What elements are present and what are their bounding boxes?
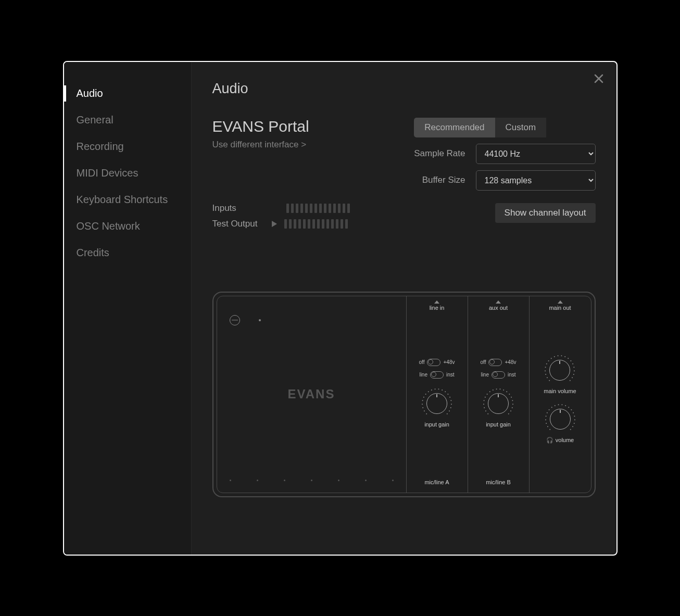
inst-label: inst	[446, 372, 455, 378]
sample-rate-select[interactable]: 44100 Hz	[476, 144, 596, 164]
sidebar: Audio General Recording MIDI Devices Key…	[64, 62, 192, 555]
main-out-label: main out	[549, 305, 571, 311]
sidebar-label: Keyboard Shortcuts	[77, 194, 168, 205]
headphone-volume-knob[interactable]	[545, 404, 576, 435]
main-content: Audio EVANS Portal Use different interfa…	[192, 62, 616, 555]
sidebar-item-general[interactable]: General	[64, 107, 191, 133]
channel-b-section: aux out off +48v line inst	[468, 296, 530, 493]
status-dot	[259, 319, 261, 321]
change-interface-link[interactable]: Use different interface >	[212, 140, 309, 150]
sidebar-item-audio[interactable]: Audio	[64, 80, 191, 107]
sidebar-label: MIDI Devices	[77, 167, 138, 179]
sidebar-label: General	[77, 114, 114, 125]
io-icon	[230, 315, 240, 325]
phantom-toggle-b[interactable]	[488, 359, 502, 366]
arrow-up-icon	[558, 300, 563, 304]
device-name: EVANS Portal	[212, 118, 309, 135]
test-output-label: Test Output	[212, 219, 265, 229]
inst-toggle-b[interactable]	[492, 371, 505, 379]
off-label: off	[419, 359, 425, 365]
sidebar-label: Recording	[77, 141, 124, 152]
gain-knob-a[interactable]	[421, 388, 452, 419]
close-button[interactable]	[591, 71, 606, 86]
line-label: line	[419, 372, 427, 378]
sidebar-label: Audio	[77, 87, 103, 99]
inputs-label: Inputs	[212, 203, 265, 213]
main-volume-knob[interactable]	[544, 355, 575, 386]
sidebar-label: Credits	[77, 247, 109, 258]
play-icon[interactable]	[272, 221, 277, 227]
inst-toggle-a[interactable]	[430, 371, 444, 379]
settings-window: Audio General Recording MIDI Devices Key…	[63, 61, 618, 556]
channel-a-label: mic/line A	[424, 479, 449, 485]
input-meter	[286, 204, 350, 213]
phantom-label: +48v	[505, 359, 516, 365]
volume-label: volume	[556, 437, 574, 443]
line-in-label: line in	[430, 305, 445, 311]
gain-knob-b[interactable]	[483, 388, 514, 419]
device-main-section: EVANS	[217, 296, 407, 493]
sidebar-item-credits[interactable]: Credits	[64, 240, 191, 266]
channel-layout-button[interactable]: Show channel layout	[495, 203, 596, 223]
line-label: line	[481, 372, 489, 378]
indicator-dots	[230, 480, 394, 481]
phantom-toggle-a[interactable]	[427, 359, 440, 366]
sidebar-item-recording[interactable]: Recording	[64, 133, 191, 160]
preset-toggle: Recommended Custom	[414, 118, 595, 137]
page-title: Audio	[212, 81, 596, 97]
sample-rate-label: Sample Rate	[414, 148, 465, 159]
headphone-icon: 🎧	[546, 437, 553, 444]
arrow-up-icon	[496, 300, 501, 304]
sidebar-item-midi[interactable]: MIDI Devices	[64, 160, 191, 186]
device-panel: EVANS line in off +48v line	[212, 292, 596, 497]
inst-label: inst	[508, 372, 516, 378]
arrow-up-icon	[434, 300, 439, 304]
sidebar-item-osc[interactable]: OSC Network	[64, 213, 191, 240]
off-label: off	[481, 359, 486, 365]
gain-label: input gain	[424, 421, 449, 428]
sidebar-item-shortcuts[interactable]: Keyboard Shortcuts	[64, 186, 191, 213]
sidebar-label: OSC Network	[77, 220, 140, 232]
gain-label: input gain	[486, 421, 511, 428]
recommended-button[interactable]: Recommended	[414, 118, 495, 137]
brand-label: EVANS	[288, 387, 335, 401]
phantom-label: +48v	[443, 359, 455, 365]
output-section: main out main volume	[530, 296, 591, 493]
main-volume-label: main volume	[544, 388, 576, 394]
buffer-size-label: Buffer Size	[422, 175, 465, 185]
buffer-size-select[interactable]: 128 samples	[476, 170, 596, 191]
channel-b-label: mic/line B	[486, 479, 511, 485]
custom-button[interactable]: Custom	[495, 118, 547, 137]
aux-out-label: aux out	[489, 305, 508, 311]
output-meter	[284, 219, 348, 229]
channel-a-section: line in off +48v line inst	[407, 296, 468, 493]
